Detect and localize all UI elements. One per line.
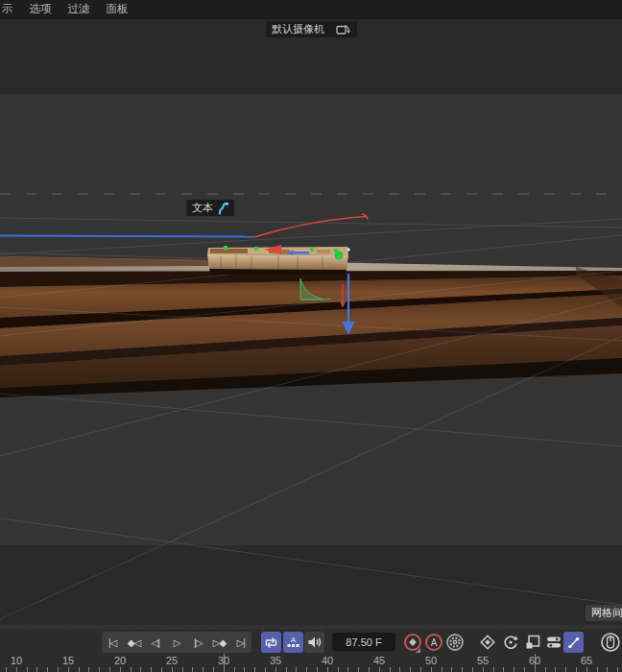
- record-scale-toggle[interactable]: [522, 633, 543, 652]
- ruler-frame-number: 20: [114, 655, 126, 666]
- previous-frame-button[interactable]: ◁|: [145, 632, 166, 653]
- text-spline-icon: [218, 202, 228, 215]
- ruler-frame-number: 45: [373, 655, 385, 666]
- record-options-caret[interactable]: [416, 648, 420, 653]
- keyframe-selection-button[interactable]: A: [283, 632, 303, 653]
- ruler-frame-number: 35: [270, 655, 281, 666]
- loop-icon: [264, 636, 278, 649]
- menu-panel[interactable]: 面板: [107, 2, 129, 16]
- menu-display[interactable]: 示: [2, 2, 13, 16]
- transport-controls: |◁ ◆◁ ◁| ▷ |▷ ▷◆ ▷|: [102, 632, 251, 653]
- current-frame-value: 87.50 F: [346, 636, 381, 648]
- object-label: 文本: [192, 201, 213, 215]
- parameter-icon: [545, 635, 562, 650]
- ruler-frame-number: 50: [425, 655, 437, 666]
- ruler-frame-number: 40: [322, 655, 333, 666]
- next-key-button[interactable]: ▷◆: [208, 632, 229, 653]
- previous-key-button[interactable]: ◆◁: [123, 632, 144, 653]
- sound-toggle-button[interactable]: [304, 632, 324, 653]
- ruler-frame-number: 15: [62, 655, 74, 666]
- timeline-grip-handle[interactable]: [0, 624, 622, 631]
- 3d-viewport[interactable]: 默认摄像机 文本 网格间距: [0, 19, 622, 624]
- render-safe-bottom-shade: [0, 545, 622, 624]
- svg-text:A: A: [291, 636, 297, 644]
- point-level-animation-icon: [566, 636, 581, 650]
- mouse-icon: [600, 632, 621, 653]
- ruler-frame-number: 25: [166, 655, 178, 666]
- ruler-frame-number: 65: [581, 655, 592, 666]
- record-parameter-toggle[interactable]: [543, 633, 564, 652]
- rotation-icon: [502, 634, 519, 651]
- loop-playback-button[interactable]: [261, 632, 281, 653]
- ruler-frame-number: 10: [11, 655, 22, 666]
- menu-filter[interactable]: 过滤: [68, 2, 90, 16]
- record-position-toggle[interactable]: [477, 633, 498, 652]
- camera-label: 默认摄像机: [272, 22, 324, 36]
- camera-selector[interactable]: 默认摄像机: [266, 21, 357, 37]
- ruler-frame-number: 55: [477, 655, 489, 666]
- go-to-start-button[interactable]: |◁: [102, 632, 123, 653]
- wood-plank-floor: [0, 256, 622, 397]
- play-button[interactable]: ▷: [166, 632, 187, 653]
- keying-settings-button[interactable]: [444, 632, 466, 653]
- viewport-menubar: 示 选项 过滤 面板: [0, 0, 622, 19]
- position-icon: [479, 634, 496, 651]
- object-label-chip[interactable]: 文本: [186, 200, 234, 216]
- mouse-record-button[interactable]: [599, 633, 622, 652]
- autokey-toggle-button[interactable]: A: [423, 632, 444, 653]
- animation-toolbar: |◁ ◆◁ ◁| ▷ |▷ ▷◆ ▷| A: [0, 631, 622, 654]
- go-to-end-button[interactable]: ▷|: [230, 632, 251, 653]
- spline-path[interactable]: [254, 214, 369, 238]
- switch-camera-icon[interactable]: [336, 24, 351, 36]
- record-rotation-toggle[interactable]: [500, 633, 521, 652]
- viewport-scene: [0, 19, 622, 624]
- speaker-icon: [307, 636, 322, 649]
- next-frame-button[interactable]: |▷: [187, 632, 208, 653]
- keyframe-track-icon: A: [286, 636, 300, 649]
- z-axis-line: [0, 236, 253, 237]
- ruler-tick-marks: [0, 667, 622, 672]
- menu-options[interactable]: 选项: [30, 2, 52, 16]
- record-pla-toggle[interactable]: [563, 632, 584, 653]
- timeline-bar: |◁ ◆◁ ◁| ▷ |▷ ▷◆ ▷| A: [0, 624, 622, 672]
- cinema4d-window: 示 选项 过滤 面板: [0, 0, 622, 672]
- grid-spacing-label: 网格间距: [591, 606, 622, 620]
- timeline-ruler[interactable]: 10 15 20 25 30 35 40 45 50 55 60 65: [0, 654, 622, 672]
- scale-icon: [524, 634, 541, 651]
- svg-text:A: A: [431, 637, 438, 648]
- grid-spacing-hud: 网格间距: [586, 605, 622, 621]
- current-frame-field[interactable]: 87.50 F: [332, 633, 395, 651]
